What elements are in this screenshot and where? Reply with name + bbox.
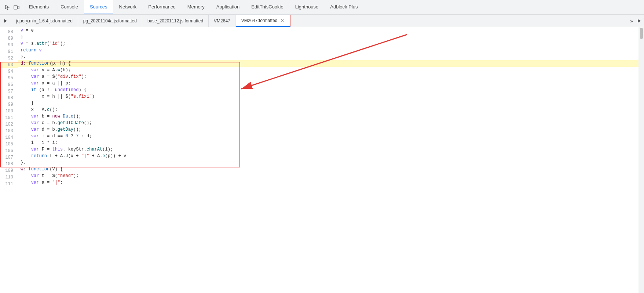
right-nav-icon[interactable] [634,19,644,23]
tab-console[interactable]: Console [55,0,84,14]
tab-memory[interactable]: Memory [182,0,211,14]
line-number-93: 93 [0,62,18,68]
tab-sources[interactable]: Sources [84,0,113,14]
right-scrollbar[interactable] [638,27,644,293]
code-line-88: v = e [18,27,638,34]
scrollbar-thumb[interactable] [640,28,643,39]
line-number-94: 94 [0,68,18,75]
line-number-89: 89 [0,35,18,42]
code-line-101: var b = new Date(); [18,113,638,120]
line-number-102: 102 [0,121,18,128]
line-number-100: 100 [0,108,18,115]
line-number-97: 97 [0,88,18,95]
svg-marker-2 [4,19,7,23]
cursor-icon[interactable] [4,4,11,11]
line-number-90: 90 [0,42,18,48]
code-line-92: }, [18,54,638,60]
line-number-96: 96 [0,82,18,88]
tab-elements[interactable]: Elements [23,0,55,14]
file-tab-base[interactable]: base_20201112.js:formatted [142,15,209,27]
file-tab-jquery[interactable]: jquery.min_1.6.4.js:formatted [11,15,78,27]
code-line-97: if (a != undefined) { [18,87,638,93]
code-area: 8889909192939495969798991001011021031041… [0,27,644,293]
line-number-98: 98 [0,95,18,101]
code-line-96: var x = a || p; [18,80,638,87]
line-number-109: 109 [0,167,18,174]
code-line-111: var a = "|"; [18,179,638,186]
line-number-108: 108 [0,161,18,167]
file-tab-vm2647f[interactable]: VM2647:formatted ✕ [236,15,290,27]
code-line-94: var v = A.w(h); [18,67,638,73]
code-line-106: var F = this._keyStr.charAt(i); [18,146,638,153]
line-number-104: 104 [0,134,18,141]
file-tabs: jquery.min_1.6.4.js:formatted pg_2020110… [11,15,629,27]
overflow-icon[interactable]: » [629,18,634,24]
file-tab-pg[interactable]: pg_20201104a.js:formatted [78,15,142,27]
svg-rect-0 [14,6,17,9]
line-number-105: 105 [0,141,18,148]
code-line-89: } [18,34,638,40]
close-tab-button[interactable]: ✕ [280,18,285,23]
file-tab-vm2647[interactable]: VM2647 [209,15,236,27]
line-number-101: 101 [0,115,18,121]
tab-editthiscookie[interactable]: EditThisCookie [245,0,289,14]
line-numbers: 8889909192939495969798991001011021031041… [0,27,18,293]
device-icon[interactable] [13,4,20,11]
svg-marker-3 [638,19,641,23]
line-number-92: 92 [0,55,18,62]
code-line-90: v = s.attr('id'); [18,40,638,47]
code-line-91: return v [18,47,638,54]
tab-performance[interactable]: Performance [142,0,181,14]
tab-network[interactable]: Network [113,0,143,14]
tab-lighthouse[interactable]: Lighthouse [289,0,325,14]
code-content: v = e}v = s.attr('id');return v},d: func… [18,27,638,293]
line-number-88: 88 [0,29,18,35]
line-number-106: 106 [0,148,18,154]
code-line-105: i = i * i; [18,140,638,146]
svg-rect-1 [18,6,19,9]
code-line-109: w: function(V) { [18,166,638,173]
main-tabs: Elements Console Sources Network Perform… [23,0,643,14]
line-number-91: 91 [0,48,18,55]
code-line-108: }, [18,159,638,166]
tab-application[interactable]: Application [211,0,246,14]
code-line-107: return F + A.J(x + "|" + A.e(p)) + v [18,153,638,159]
code-line-93: d: function(p, h) { [18,60,638,67]
code-line-95: var a = $("div.fix"); [18,73,638,80]
line-number-99: 99 [0,101,18,108]
play-icon[interactable] [0,15,11,27]
code-line-103: var d = b.getDay(); [18,126,638,133]
code-wrapper: 8889909192939495969798991001011021031041… [0,27,638,293]
code-line-100: x = A.c(); [18,106,638,113]
code-line-98: x = h || $("s.fix1") [18,93,638,100]
main-toolbar: Elements Console Sources Network Perform… [0,0,644,15]
line-number-95: 95 [0,75,18,82]
tab-adblock[interactable]: Adblock Plus [324,0,363,14]
code-line-102: var c = b.getUTCDate(); [18,120,638,126]
line-number-107: 107 [0,154,18,161]
toolbar-icons [1,0,23,14]
line-number-111: 111 [0,181,18,187]
file-tabs-bar: jquery.min_1.6.4.js:formatted pg_2020110… [0,15,644,27]
line-number-103: 103 [0,128,18,134]
code-line-99: } [18,100,638,106]
code-line-110: var t = $("head"); [18,173,638,179]
code-line-104: var i = d == 0 ? 7 : d; [18,133,638,140]
line-number-110: 110 [0,174,18,181]
